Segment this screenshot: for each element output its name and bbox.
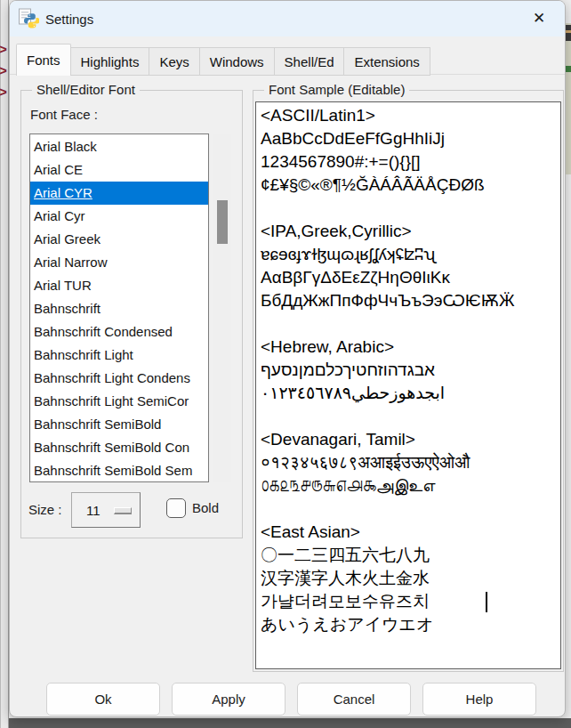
bold-checkbox[interactable] — [166, 498, 186, 518]
shell-editor-font-group: Shell/Editor Font Font Face : Arial Blac… — [20, 90, 243, 538]
sample-text-line: БбДдЖжПпФфЧчЪъЭэѠѤѬӜ — [261, 289, 556, 312]
tab-shell-ed[interactable]: Shell/Ed — [275, 47, 345, 76]
background-bottom-area — [9, 718, 571, 728]
scrollbar-thumb[interactable] — [217, 200, 228, 244]
titlebar[interactable]: Settings ✕ — [10, 1, 565, 36]
font-list-item[interactable]: Arial Greek — [30, 228, 208, 251]
sample-text-line: 1234567890#:+=(){}[] — [261, 150, 556, 174]
font-list-item[interactable]: Bahnschrift SemiBold — [30, 413, 208, 436]
sample-text-line: 〇一二三四五六七八九 — [261, 544, 556, 567]
dialog-button-row: Ok Apply Cancel Help — [46, 683, 536, 716]
sample-text-line: <Hebrew, Arabic> — [261, 336, 556, 359]
sample-text-line: <ASCII/Latin1> — [261, 104, 556, 127]
font-list-item[interactable]: Arial Cyr — [30, 205, 208, 228]
font-list-item[interactable]: Arial CYR — [30, 182, 208, 205]
sample-text-line: ०१२३४५६७८९अआइईउऊएऐओऔ — [261, 451, 556, 474]
screen: > > > Settings ✕ — [0, 0, 571, 728]
font-list-item[interactable]: Arial TUR — [30, 274, 208, 297]
settings-dialog: Settings ✕ Fonts Highlights Keys Windows… — [9, 0, 566, 717]
font-face-label: Font Face : — [30, 107, 98, 122]
tab-extensions[interactable]: Extensions — [344, 47, 430, 76]
font-list-item[interactable]: Bahnschrift SemiBold Sem — [30, 459, 208, 482]
sample-text-line: 汉字漢字人木火土金水 — [261, 567, 556, 590]
sample-text-line: אבגדהוזחטיךכלםמןנסעף — [261, 359, 556, 382]
apply-button[interactable]: Apply — [172, 683, 286, 716]
sample-text-line: ابجدهوزحطي٠١٢٣٤٥٦٧٨٩ — [261, 382, 556, 405]
sample-text-line — [261, 312, 556, 336]
size-dropdown[interactable]: 11 — [71, 492, 141, 528]
font-list-item[interactable]: Bahnschrift Condensed — [30, 320, 208, 344]
sample-text-line: AaBbCcDdEeFfGgHhIiJj — [261, 127, 556, 150]
window-title: Settings — [45, 12, 93, 27]
tab-keys[interactable]: Keys — [149, 47, 199, 76]
group-title: Shell/Editor Font — [32, 82, 140, 97]
font-list-item[interactable]: Bahnschrift Light — [30, 344, 208, 367]
sample-text-line: ¢£¥§©«®¶½ĞÀÁÂÃÄÅÇÐØß — [261, 174, 556, 197]
background-fragment — [566, 25, 571, 41]
tab-highlights[interactable]: Highlights — [71, 47, 150, 76]
font-list-item[interactable]: Arial CE — [30, 158, 208, 182]
sample-text-line: <Devanagari, Tamil> — [261, 428, 556, 451]
font-list-item[interactable]: Arial Narrow — [30, 251, 208, 274]
size-value: 11 — [86, 503, 101, 518]
cancel-button[interactable]: Cancel — [297, 683, 411, 716]
group-title: Font Sample (Editable) — [264, 82, 409, 97]
font-sample-group: Font Sample (Editable) <ASCII/Latin1>AaB… — [253, 90, 564, 672]
font-list-item[interactable]: Bahnschrift Light Condens — [30, 367, 208, 390]
background-right-edge — [566, 23, 571, 174]
font-list-item[interactable]: Bahnschrift Light SemiCor — [30, 390, 208, 413]
size-label: Size : — [28, 502, 62, 517]
sample-text-line: <IPA,Greek,Cyrillic> — [261, 220, 556, 243]
sample-text-line — [261, 197, 556, 220]
font-list-item[interactable]: Bahnschrift SemiBold Con — [30, 436, 208, 459]
background-fragment — [566, 66, 571, 72]
idle-python-app-icon — [18, 8, 39, 29]
font-list-item[interactable]: Bahnschrift — [30, 297, 208, 320]
ok-button[interactable]: Ok — [46, 683, 160, 716]
font-sample-text[interactable]: <ASCII/Latin1>AaBbCcDdEeFfGgHhIiJj123456… — [255, 101, 561, 669]
help-button[interactable]: Help — [422, 683, 536, 716]
sample-text-line: <East Asian> — [261, 521, 556, 544]
close-button[interactable]: ✕ — [519, 1, 559, 36]
dropdown-indicator-icon — [114, 507, 132, 514]
tab-bar: Fonts Highlights Keys Windows Shell/Ed E… — [16, 44, 430, 76]
background-fragment — [566, 30, 571, 33]
sample-text-line: あいうえおアイウエオ — [261, 613, 556, 636]
sample-text-line: ɐɕɘɞɟɤɫɮɰɷɻʁʃʆʎʞʢʫʭʯ — [261, 243, 556, 266]
sample-text-line: ΑαΒβΓγΔδΕεΖζΗηΘθΙιΚκ — [261, 266, 556, 289]
sample-text-line — [261, 497, 556, 521]
bold-label: Bold — [192, 500, 219, 515]
sample-text-line: 가냘더려모보수유즈치 — [261, 590, 556, 613]
text-insertion-cursor — [486, 592, 487, 612]
sample-text-line: ௦௧௨௩௪௫௬௭௮௯அஇஉஎ — [261, 474, 556, 497]
font-list-scrollbar[interactable] — [213, 133, 231, 482]
background-window-edge: > > > — [0, 0, 9, 728]
tab-fonts[interactable]: Fonts — [16, 44, 71, 76]
font-list-item[interactable]: Arial Black — [30, 135, 208, 158]
sample-text-line — [261, 405, 556, 428]
tab-windows[interactable]: Windows — [200, 47, 275, 76]
font-face-listbox[interactable]: Arial BlackArial CEArial CYRArial CyrAri… — [29, 133, 209, 482]
